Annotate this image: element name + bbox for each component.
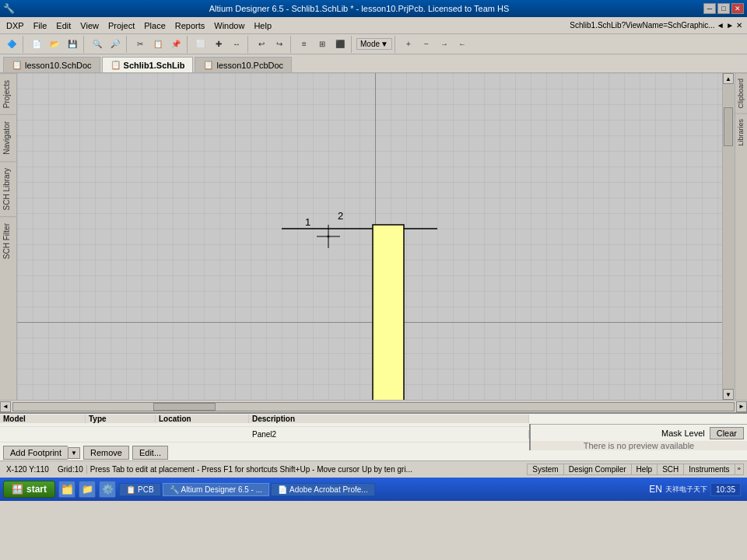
canvas-area[interactable]: 1 2 (17, 73, 722, 400)
hscroll-thumb[interactable] (153, 403, 216, 411)
scroll-thumb[interactable] (724, 107, 733, 146)
status-bar: X-120 Y:110 Grid:10 Press Tab to edit at… (0, 460, 747, 478)
crosshair-horizontal (17, 322, 722, 323)
horizontal-scrollbar[interactable]: ◄ ► (0, 400, 747, 412)
taskbar-icon-3[interactable]: ⚙️ (99, 481, 116, 498)
menu-window[interactable]: Window (209, 19, 249, 32)
toolbar-print-preview[interactable]: 🔍 (89, 36, 106, 53)
menu-dxp[interactable]: DXP (2, 19, 29, 32)
tray-lang: EN (649, 484, 662, 495)
component-svg: 1 2 (17, 73, 722, 400)
toolbar-plus[interactable]: + (400, 36, 417, 53)
col-model: Model (0, 415, 86, 423)
start-button[interactable]: 🪟 start (3, 481, 55, 498)
menu-place[interactable]: Place (139, 19, 170, 32)
toolbar-select[interactable]: ⬜ (192, 36, 209, 53)
title-bar: 🔧 Altium Designer 6.5 - Schlib1.SchLib *… (0, 0, 747, 17)
toolbar-sep3 (126, 36, 129, 53)
tab-icon-schlib: 📋 (110, 60, 121, 70)
toolbar-sep8 (395, 36, 398, 53)
menu-edit[interactable]: Edit (51, 19, 75, 32)
add-footprint-dropdown[interactable]: ▼ (68, 447, 80, 459)
svg-text:2: 2 (338, 210, 343, 222)
menu-reports[interactable]: Reports (170, 19, 210, 32)
status-design-compiler[interactable]: Design Compiler (563, 464, 631, 475)
edit-button[interactable]: Edit... (132, 446, 168, 460)
panel-projects[interactable]: Projects (0, 73, 16, 114)
taskbar-icon-2[interactable]: 📁 (79, 481, 96, 498)
scroll-down-button[interactable]: ▼ (723, 389, 734, 400)
toolbar-sep5 (247, 36, 251, 53)
bottom-buttons: Add Footprint ▼ Remove Edit... (0, 443, 529, 463)
minimize-button[interactable]: ─ (703, 3, 716, 14)
close-button[interactable]: ✕ (731, 3, 744, 14)
bottom-panel-content: Model Type Location Description Panel2 A… (0, 414, 747, 460)
status-help[interactable]: Help (631, 464, 658, 475)
scroll-up-button[interactable]: ▲ (723, 73, 734, 84)
status-system[interactable]: System (527, 464, 563, 475)
toolbar-zoom-in[interactable]: 🔎 (107, 36, 124, 53)
hscroll-track (12, 402, 735, 411)
main-area: Projects Navigator SCH Library SCH Filte… (0, 73, 747, 400)
title-bar-icon: 🔧 (3, 3, 15, 14)
scroll-left-button[interactable]: ◄ (0, 401, 11, 412)
svg-rect-0 (373, 225, 404, 400)
toolbar-save[interactable]: 💾 (64, 36, 81, 53)
panel-sch-filter[interactable]: SCH Filter (0, 216, 16, 265)
scroll-right-button[interactable]: ► (736, 401, 747, 412)
clear-button[interactable]: Clear (710, 427, 744, 439)
toolbar-open[interactable]: 📂 (46, 36, 63, 53)
toolbar-redo[interactable]: ↪ (271, 36, 288, 53)
toolbar-cross[interactable]: ✚ (210, 36, 227, 53)
far-right-panels: Clipboard Libraries (735, 73, 747, 400)
menu-view-name: Schlib1.SchLib?ViewName=SchGraphic... ◄ … (566, 21, 745, 30)
taskbar-icon-1[interactable]: 🗂️ (58, 481, 75, 498)
taskbar-pcb[interactable]: 📋 PCB (119, 483, 161, 496)
panel-clipboard[interactable]: Clipboard (735, 73, 747, 114)
menu-help[interactable]: Help (249, 19, 276, 32)
toolbar-grid[interactable]: ⊞ (314, 36, 331, 53)
toolbar-arrow-l[interactable]: ← (454, 36, 471, 53)
menu-file[interactable]: File (29, 19, 52, 32)
mask-clear-row: Mask Level Clear (531, 424, 747, 441)
panel-sch-library[interactable]: SCH Library (0, 161, 16, 216)
title-bar-text: Altium Designer 6.5 - Schlib1.SchLib * -… (15, 4, 703, 13)
system-clock: 10:35 (710, 483, 741, 496)
toolbar-sep7 (351, 36, 354, 53)
status-sch[interactable]: SCH (657, 464, 683, 475)
toolbar-undo[interactable]: ↩ (253, 36, 270, 53)
panel-libraries[interactable]: Libraries (735, 114, 747, 151)
toolbar-move[interactable]: ↔ (228, 36, 245, 53)
toolbar-dxp[interactable]: 🔷 (3, 36, 20, 53)
toolbar-arrow-r[interactable]: → (436, 36, 453, 53)
taskbar-programs: 📋 PCB 🔧 Altium Designer 6.5 - ... 📄 Adob… (119, 483, 643, 496)
status-arrow[interactable]: » (735, 464, 744, 475)
mode-dropdown[interactable]: Mode ▼ (356, 38, 392, 50)
taskbar-altium[interactable]: 🔧 Altium Designer 6.5 - ... (163, 483, 269, 496)
tab-icon-sch: 📋 (12, 60, 23, 70)
toolbar-paste[interactable]: 📌 (167, 36, 184, 53)
remove-button[interactable]: Remove (83, 446, 129, 460)
status-instruments[interactable]: Instruments (683, 464, 734, 475)
crosshair-vertical (375, 73, 376, 400)
add-footprint-button[interactable]: Add Footprint (3, 446, 68, 460)
table-row[interactable]: Panel2 (0, 427, 529, 443)
taskbar-right: EN 天祥电子天下 10:35 (646, 483, 744, 496)
maximize-button[interactable]: □ (717, 3, 730, 14)
toolbar-cut[interactable]: ✂ (132, 36, 149, 53)
panel-navigator[interactable]: Navigator (0, 114, 16, 161)
vertical-scrollbar[interactable]: ▲ ▼ (722, 73, 735, 400)
toolbar-align[interactable]: ≡ (296, 36, 313, 53)
toolbar-components[interactable]: ⬛ (331, 36, 349, 53)
tab-schlib1[interactable]: 📋 lesson10.SchDoc (3, 57, 100, 72)
tab-schlib[interactable]: 📋 Schlib1.SchLib (102, 57, 194, 72)
toolbar-sep2 (83, 36, 86, 53)
toolbar-copy[interactable]: 📋 (149, 36, 167, 53)
tab-pcb[interactable]: 📋 lesson10.PcbDoc (195, 57, 292, 72)
col-description: Description (249, 415, 529, 423)
menu-project[interactable]: Project (103, 19, 139, 32)
menu-view[interactable]: View (75, 19, 103, 32)
taskbar-adobe[interactable]: 📄 Adobe Acrobat Profe... (271, 483, 375, 496)
toolbar-new[interactable]: 📄 (28, 36, 45, 53)
toolbar-minus[interactable]: − (418, 36, 435, 53)
